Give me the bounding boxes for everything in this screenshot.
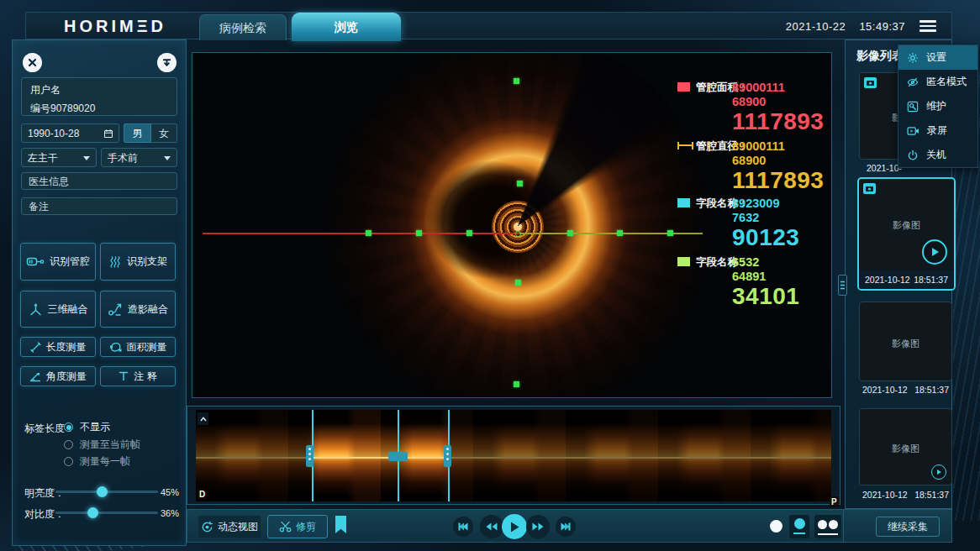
record-icon [907,126,919,136]
measure-angle-button[interactable]: 角度测量 [20,366,96,386]
angio-fusion-icon [108,302,123,317]
trim-button[interactable]: 修剪 [267,515,328,538]
image-thumbnail[interactable]: 影像图 [859,302,952,381]
menu-item-anonymous-mode[interactable]: 匿名模式 [898,70,977,94]
radio-icon [64,457,73,466]
annotate-button[interactable]: 注 释 [100,366,176,386]
dynamic-view-button[interactable]: 动态视图 [198,516,261,538]
measurement-primary-value: 34101 [732,283,799,310]
fusion-angio-button[interactable]: 造影融合 [100,291,176,328]
gender-male-option[interactable]: 男 [124,123,151,143]
button-label: 角度测量 [46,370,87,384]
scroll-up-button[interactable] [198,412,208,425]
radio-label: 测量每一帧 [80,454,130,469]
measure-handle[interactable] [667,230,673,236]
camera-icon [863,183,876,194]
export-button[interactable] [157,53,177,72]
bookmark-button[interactable] [334,515,348,534]
image-list-title: 影像列表 [856,49,904,64]
skip-end-button[interactable] [556,517,576,537]
measure-handle[interactable] [515,280,521,286]
measure-handle[interactable] [416,230,422,236]
button-label: 识别管腔 [50,255,90,269]
measure-handle[interactable] [514,78,519,84]
skip-start-button[interactable] [453,517,473,537]
measurement-value: 89000111 [732,81,785,94]
menu-item-settings[interactable]: 设置 [898,45,977,70]
eye-off-icon [907,76,919,88]
image-thumbnail-selected[interactable]: 影像图 2021-10-12 18:51:37 [857,177,956,291]
menu-item-shutdown[interactable]: 关机 [898,143,977,167]
measure-center-point[interactable] [515,231,521,237]
thumbnail-play-button[interactable] [931,464,946,480]
fast-forward-button[interactable] [526,515,550,538]
hamburger-menu-icon[interactable] [919,20,936,33]
selection-start-grip[interactable] [306,445,313,467]
continue-capture-button[interactable]: 继续采集 [876,517,940,537]
measurement-primary-value: 1117893 [732,108,824,135]
tab-case-search[interactable]: 病例检索 [199,14,287,40]
measure-handle[interactable] [514,381,519,387]
dual-view-toggle[interactable] [814,515,841,538]
selection-end-grip[interactable] [444,445,451,467]
image-thumbnail[interactable]: 影像图 [859,408,952,485]
recognize-stent-button[interactable]: 识别支架 [100,243,176,281]
scissors-icon [279,521,292,533]
measure-handle[interactable] [517,181,523,186]
sidebar-resize-handle[interactable] [838,275,847,296]
lumen-icon [26,255,45,268]
patient-info-box[interactable]: 用户名 编号90789020 [21,77,177,116]
close-button[interactable] [23,53,42,72]
contrast-slider[interactable] [55,512,158,514]
stage-select[interactable]: 手术前 [101,148,177,167]
dual-view-icon [818,520,827,529]
fusion-3d-button[interactable]: 三维融合 [20,291,96,328]
thumbnail-date: 2021-10-12 [862,385,908,395]
area-icon [109,342,122,353]
brightness-knob[interactable] [97,486,108,497]
thumbnail-date: 2021-10-12 [862,490,908,500]
radio-measure-every[interactable]: 测量每一帧 [64,454,130,469]
dual-view-icon [829,520,838,529]
single-view-toggle[interactable] [770,520,782,533]
chevron-down-icon [83,156,90,160]
system-menu: 设置 匿名模式 维护 录屏 关机 [898,45,978,168]
playhead-frame-label[interactable] [388,452,408,461]
brightness-value: 45% [161,487,179,497]
tab-browse[interactable]: 浏览 [292,13,401,41]
measure-handle[interactable] [617,230,623,236]
contrast-knob[interactable] [87,507,98,518]
top-bar: HORIMΞD 病例检索 浏览 2021-10-22 15:49:37 [25,12,952,39]
contrast-value: 36% [161,508,179,518]
menu-item-maintenance[interactable]: 维护 [898,94,977,118]
menu-item-screen-record[interactable]: 录屏 [898,118,977,143]
measure-area-button[interactable]: 面积测量 [100,337,176,357]
oct-image-canvas[interactable]: 管腔面积： 89000111 68900 1117893 管腔直径： 89000… [192,52,832,398]
measure-handle[interactable] [366,230,371,236]
cross-view-toggle[interactable] [789,515,809,538]
radio-hide[interactable]: 不显示 [64,420,110,434]
radio-measure-to-current[interactable]: 测量至当前帧 [64,438,140,452]
recognize-lumen-button[interactable]: 识别管腔 [20,243,96,281]
measure-handle[interactable] [466,230,472,236]
vessel-select[interactable]: 左主干 [21,148,97,167]
radio-icon [64,440,73,449]
measurement-line-right [519,233,703,234]
thumbnail-play-button[interactable] [922,239,947,265]
remark-input[interactable]: 备注 [21,197,177,215]
measure-handle[interactable] [567,230,573,236]
longitudinal-view[interactable]: D [196,410,831,501]
measurement-value: 7632 [732,211,759,224]
rewind-button[interactable] [480,515,503,538]
diameter-swatch-icon [677,142,693,150]
play-button[interactable] [502,514,527,539]
menu-label: 录屏 [927,123,947,138]
fast-forward-icon [532,522,544,531]
vessel-value: 左主干 [28,152,58,164]
doctor-info-input[interactable]: 医生信息 [21,172,177,190]
measure-length-button[interactable]: 长度测量 [20,337,96,357]
unselected-region-right [450,410,831,501]
measurement-readout: 管腔直径： 89000111 68900 1117893 [677,139,830,195]
gender-female-option[interactable]: 女 [151,123,177,143]
birthdate-input[interactable]: 1990-10-28 [21,123,119,143]
